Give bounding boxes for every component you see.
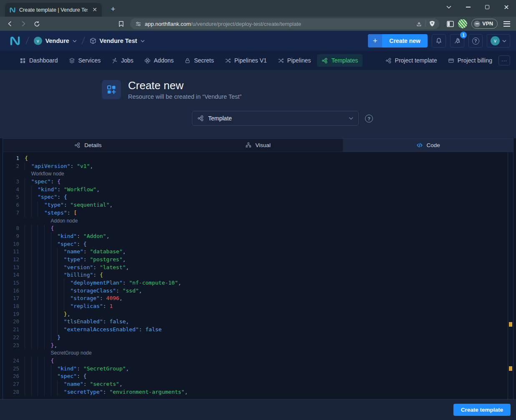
nav-item-pipelines-v1[interactable]: Pipelines V1 [220, 54, 272, 67]
line-number: 24 [3, 357, 25, 365]
nav-item-services[interactable]: Services [64, 54, 106, 67]
nav-item-pipelines[interactable]: Pipelines [273, 54, 316, 67]
menu-icon[interactable] [502, 20, 512, 28]
project-name: Vendure Test [100, 38, 137, 44]
code-row: 19}, [3, 310, 513, 318]
reload-icon[interactable] [31, 18, 43, 29]
line-number: 9 [3, 232, 25, 240]
vpn-button[interactable]: VPN [471, 19, 498, 29]
bell-icon [435, 38, 442, 44]
addons-icon [144, 58, 151, 64]
vpn-status-icon [474, 21, 480, 27]
nav-more-button[interactable]: ... [498, 55, 510, 65]
code-icon [416, 142, 423, 148]
omnibox-divider [425, 20, 426, 27]
address-bar[interactable]: app.northflank.com/u/vendure/project/dep… [130, 18, 439, 29]
user-menu-button[interactable]: v [487, 34, 510, 48]
code-lines: 1{2"apiVersion": "v1",Workflow node3"spe… [3, 155, 513, 396]
extension-avatar-icon[interactable] [458, 19, 467, 28]
code-annotation-row: Workflow node [3, 170, 513, 178]
create-template-button[interactable]: Create template [453, 404, 511, 416]
project-nav: Dashboard Services Jobs Addons Secr [0, 51, 516, 70]
overview-ruler[interactable] [508, 152, 513, 399]
chevron-down-icon[interactable] [73, 40, 77, 42]
code-annotation-row: SecretGroup node [3, 349, 513, 357]
breadcrumb-org[interactable]: v Vendure [34, 37, 77, 45]
notification-badge: 1 [460, 32, 467, 38]
page-title: Create new [128, 79, 184, 92]
code-row: 20"tlsEnabled": false, [3, 318, 513, 326]
browser-toolbar: app.northflank.com/u/vendure/project/dep… [0, 17, 516, 31]
create-new-label: Create new [382, 34, 428, 48]
line-number: 10 [3, 240, 25, 248]
nav-item-templates[interactable]: Templates [317, 54, 362, 67]
line-number: 12 [3, 256, 25, 264]
nav-item-secrets[interactable]: Secrets [180, 54, 218, 67]
maximize-button[interactable] [478, 0, 497, 14]
services-icon [69, 58, 75, 64]
share-icon[interactable] [416, 21, 422, 27]
line-number [3, 217, 25, 225]
breadcrumb-project[interactable]: Vendure Test [90, 38, 145, 44]
code-row: 6"type": "sequential", [3, 201, 513, 209]
help-button[interactable]: ? [468, 34, 483, 48]
code-row: 21"externalAccessEnabled": false [3, 326, 513, 334]
sidebar-toggle-icon[interactable] [447, 21, 454, 27]
northflank-logo-icon[interactable] [9, 35, 21, 47]
line-number: 28 [3, 388, 25, 396]
bookmark-icon[interactable] [115, 18, 127, 29]
code-row: 5"spec": { [3, 193, 513, 201]
line-number: 11 [3, 248, 25, 256]
ruler-marker [509, 322, 512, 327]
template-node-icon [197, 115, 204, 122]
code-editor[interactable]: 1{2"apiVersion": "v1",Workflow node3"spe… [3, 152, 513, 399]
code-row: 13"version": "latest", [3, 264, 513, 272]
nav-item-jobs[interactable]: Jobs [107, 54, 138, 67]
back-icon[interactable] [4, 18, 16, 29]
app-header: / v Vendure / Vendure Test + Create new [0, 31, 516, 51]
nav-item-project-template[interactable]: Project template [381, 54, 442, 67]
tab-details[interactable]: Details [3, 139, 173, 152]
site-settings-icon[interactable] [135, 21, 141, 27]
new-tab-button[interactable]: + [108, 5, 118, 14]
vpn-label: VPN [482, 21, 493, 27]
nav-item-dashboard[interactable]: Dashboard [15, 54, 63, 67]
line-number: 19 [3, 310, 25, 318]
create-new-icon [102, 80, 121, 99]
line-number: 2 [3, 162, 25, 170]
code-row: 7"steps": [ [3, 209, 513, 217]
nav-item-project-billing[interactable]: Project billing [443, 54, 497, 67]
node-annotation: Addon node [51, 217, 78, 225]
whats-new-button[interactable]: 1 [450, 34, 464, 48]
dropdown-help-button[interactable]: ? [365, 115, 373, 122]
plus-icon[interactable]: + [368, 34, 382, 48]
nav-item-addons[interactable]: Addons [140, 54, 178, 67]
minimize-button[interactable] [458, 0, 478, 14]
resource-type-dropdown[interactable]: Template [192, 111, 359, 126]
notifications-button[interactable] [432, 34, 446, 48]
code-row: 28"secretType": "environment-arguments", [3, 388, 513, 396]
forward-icon[interactable] [18, 18, 29, 29]
jobs-icon [111, 58, 118, 64]
tab-code[interactable]: Code [343, 139, 513, 152]
tab-search-chevron-icon[interactable] [439, 0, 458, 14]
details-node-icon [74, 142, 81, 148]
line-number: 18 [3, 302, 25, 310]
node-annotation: Workflow node [31, 170, 64, 178]
chevron-down-icon[interactable] [141, 40, 145, 42]
line-number: 23 [3, 342, 25, 350]
code-row: 17"storage": 4096, [3, 295, 513, 302]
close-button[interactable]: ✕ [497, 0, 516, 14]
tab-title: Create template | Vendure Test | [19, 7, 88, 13]
brave-shields-icon[interactable] [429, 20, 435, 27]
code-row: 4"kind": "Workflow", [3, 186, 513, 194]
browser-tab[interactable]: Create template | Vendure Test | ✕ [5, 3, 102, 17]
tab-visual[interactable]: Visual [173, 139, 343, 152]
code-annotation-row: Addon node [3, 217, 513, 225]
url-text[interactable]: app.northflank.com/u/vendure/project/dep… [145, 21, 413, 27]
node-annotation: SecretGroup node [51, 349, 92, 357]
ruler-marker [509, 366, 512, 371]
tab-close-icon[interactable]: ✕ [91, 6, 98, 14]
code-row: 9"kind": "Addon", [3, 232, 513, 240]
create-new-button[interactable]: + Create new [368, 34, 428, 48]
